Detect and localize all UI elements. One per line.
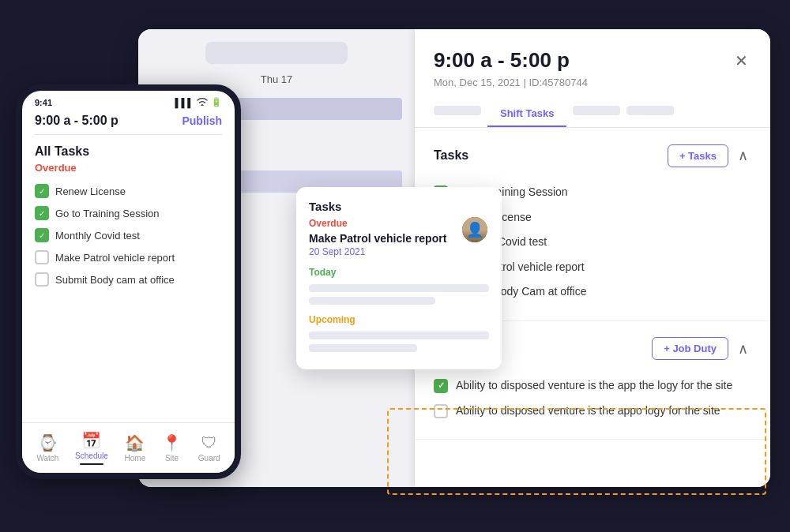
- popup-placeholder-today-2: [309, 297, 435, 305]
- job-duties-collapse-button[interactable]: ∧: [735, 337, 751, 361]
- phone-task-1: Go to Training Session: [35, 202, 222, 224]
- phone-checkbox-3[interactable]: [35, 250, 49, 264]
- tab-placeholder-3: [626, 106, 674, 115]
- tab-placeholder-1: [434, 106, 481, 115]
- phone-task-4: Submit Body cam at office: [35, 268, 222, 290]
- phone-task-label-2: Monthly Covid test: [55, 230, 140, 242]
- popup-task-date: 20 Sept 2021: [309, 246, 489, 257]
- phone-checkbox-4[interactable]: [35, 272, 49, 287]
- nav-schedule-label: Schedule: [75, 451, 108, 460]
- nav-watch-label: Watch: [36, 454, 58, 463]
- popup-title: Tasks: [309, 200, 489, 213]
- phone-task-2: Monthly Covid test: [35, 224, 222, 246]
- shift-time: 9:00 a - 5:00 p: [434, 48, 570, 73]
- nav-home[interactable]: 🏠 Home: [118, 430, 152, 466]
- shift-detail-header: 9:00 a - 5:00 p ✕ Mon, Dec 15, 2021 | ID…: [415, 29, 770, 88]
- schedule-icon: 📅: [81, 431, 101, 450]
- popup-placeholder-upcoming-2: [309, 344, 417, 352]
- scene: Thu 17 08:00 SK S 08:00 SK S: [16, 13, 774, 519]
- nav-site[interactable]: 📍 Site: [156, 430, 188, 466]
- phone-checkbox-2[interactable]: [35, 228, 49, 242]
- tasks-popup: Tasks Overdue Make Patrol vehicle report…: [296, 187, 502, 369]
- add-task-button[interactable]: + Tasks: [668, 144, 728, 167]
- phone-overdue-label: Overdue: [35, 162, 222, 174]
- watch-icon: ⌚: [38, 433, 58, 452]
- nav-guard-label: Guard: [198, 454, 220, 463]
- tasks-section-header: Tasks + Tasks ∧: [434, 144, 751, 167]
- add-job-duty-button[interactable]: + Job Duty: [652, 337, 728, 360]
- shift-meta: Mon, Dec 15, 2021 | ID:45780744: [434, 77, 751, 88]
- phone-checkbox-0[interactable]: [35, 184, 49, 198]
- nav-schedule[interactable]: 📅 Schedule: [69, 428, 115, 468]
- popup-today-label: Today: [309, 267, 489, 278]
- phone-task-label-0: Renew License: [55, 185, 126, 197]
- calendar-day-label: Thu 17: [151, 73, 402, 85]
- phone-shift-time: 9:00 a - 5:00 p: [35, 114, 118, 128]
- job-duty-label-0: Ability to disposed venture is the app t…: [456, 378, 732, 394]
- phone-task-0: Renew License: [35, 180, 222, 202]
- publish-button[interactable]: Publish: [182, 114, 222, 127]
- phone-checkbox-1[interactable]: [35, 206, 49, 220]
- tasks-section-actions: + Tasks ∧: [668, 144, 751, 167]
- phone-content: All Tasks Overdue Renew License Go to Tr…: [22, 135, 235, 300]
- tab-shift-tasks[interactable]: Shift Tasks: [487, 101, 566, 127]
- tasks-section-title: Tasks: [434, 148, 468, 163]
- battery-icon: 🔋: [211, 97, 222, 107]
- phone-task-label-4: Submit Body cam at office: [55, 274, 175, 286]
- home-icon: 🏠: [125, 433, 145, 452]
- phone-task-label-1: Go to Training Session: [55, 208, 160, 219]
- phone-task-3: Make Patrol vehicle report: [35, 246, 222, 268]
- job-duties-section-actions: + Job Duty ∧: [652, 337, 751, 361]
- nav-site-label: Site: [165, 454, 179, 463]
- phone-bottom-nav: ⌚ Watch 📅 Schedule 🏠 Home 📍 Site 🛡 Guard: [22, 422, 235, 473]
- phone-time: 9:41: [35, 98, 52, 107]
- tasks-collapse-button[interactable]: ∧: [735, 144, 751, 167]
- site-icon: 📍: [162, 433, 182, 452]
- guard-icon: 🛡: [201, 434, 217, 452]
- popup-placeholder-upcoming-1: [309, 332, 489, 339]
- job-duty-checkbox-0[interactable]: [434, 379, 448, 393]
- calendar-header-bar: [205, 42, 348, 64]
- popup-upcoming-label: Upcoming: [309, 314, 489, 325]
- shift-title-row: 9:00 a - 5:00 p ✕: [434, 48, 751, 73]
- wifi-icon: [197, 98, 208, 107]
- all-tasks-label: All Tasks: [35, 144, 222, 159]
- popup-avatar: 👤: [461, 215, 489, 244]
- avatar-face: 👤: [462, 216, 487, 243]
- popup-placeholder-today-1: [309, 284, 489, 292]
- signal-icon: ▌▌▌: [175, 98, 194, 107]
- nav-home-label: Home: [125, 454, 146, 463]
- nav-active-underline: [80, 463, 103, 465]
- nav-watch[interactable]: ⌚ Watch: [30, 430, 65, 466]
- phone-status-right: ▌▌▌ 🔋: [175, 97, 222, 107]
- mobile-phone: 9:41 ▌▌▌ 🔋 9:00 a - 5:00 p Publish All T…: [16, 84, 241, 479]
- tab-placeholder-2: [573, 106, 620, 115]
- phone-status-bar: 9:41 ▌▌▌ 🔋: [22, 91, 235, 111]
- dashed-selection-rect: [387, 408, 766, 495]
- nav-guard[interactable]: 🛡 Guard: [192, 431, 227, 466]
- job-duty-item-0: Ability to disposed venture is the app t…: [434, 373, 751, 399]
- phone-task-label-3: Make Patrol vehicle report: [55, 252, 175, 264]
- phone-header: 9:00 a - 5:00 p Publish: [22, 111, 235, 134]
- close-button[interactable]: ✕: [732, 48, 751, 73]
- tabs-bar: Shift Tasks: [415, 88, 770, 128]
